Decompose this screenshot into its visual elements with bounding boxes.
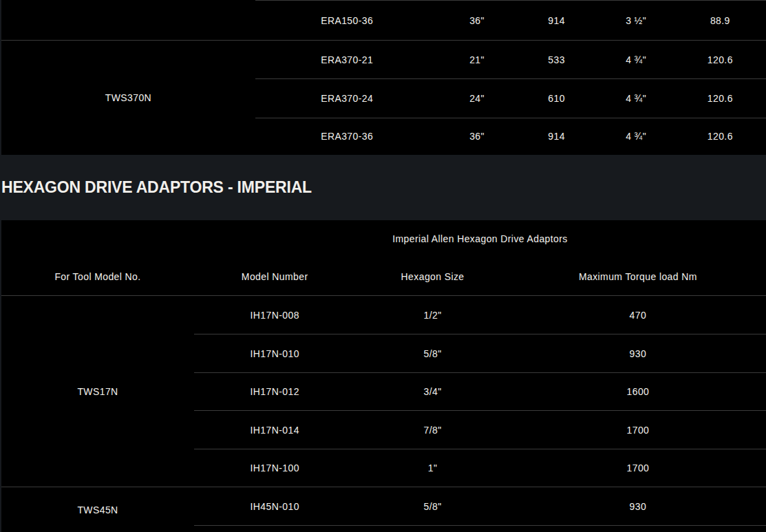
cell-model-number: IH17N-008 — [194, 296, 355, 334]
cell-length-mm: 914 — [515, 1, 598, 41]
section-heading: HEXAGON DRIVE ADAPTORS - IMPERIAL — [0, 178, 312, 197]
cell-drive-size-in: 4 ¾" — [598, 79, 674, 118]
column-header-model-number: Model Number — [194, 258, 355, 296]
column-header-tool-model: For Tool Model No. — [1, 258, 194, 296]
cell-model-number: IH45N-010 — [194, 487, 355, 526]
cell-max-torque: 930 — [510, 487, 766, 526]
column-header-max-torque: Maximum Torque load Nm — [510, 258, 766, 296]
cell-model-number: IH17N-010 — [194, 334, 355, 373]
cell-max-torque: 1600 — [510, 373, 766, 411]
cell-tool-model: TWS370N — [1, 41, 255, 155]
cell-hexagon-size: 3/4" — [355, 373, 509, 411]
table-title-row: Imperial Allen Hexagon Drive Adaptors — [1, 220, 766, 258]
cell-hexagon-size: 5/8" — [355, 334, 509, 373]
cell-max-torque: 930 — [510, 334, 766, 373]
column-header-hexagon-size: Hexagon Size — [355, 258, 509, 296]
cell-model-number: ERA150-36 — [255, 1, 439, 41]
cell-hexagon-size: 5/8" — [355, 487, 509, 526]
cell-empty — [510, 526, 766, 532]
cell-max-torque: 1700 — [510, 449, 766, 487]
cell-model-number: IH17N-012 — [194, 373, 355, 411]
cell-max-torque: 1700 — [510, 411, 766, 449]
cell-empty — [355, 526, 509, 532]
cell-hexagon-size: 1/2" — [355, 296, 509, 334]
cell-drive-size-in: 4 ¾" — [598, 118, 674, 155]
cell-tool-model — [1, 1, 255, 41]
table-title: Imperial Allen Hexagon Drive Adaptors — [194, 220, 766, 258]
catalog-page: { "theme": { "page_bg": "#171a1e", "tabl… — [0, 0, 766, 532]
cell-length-in: 21" — [438, 41, 515, 79]
cell-model-number: ERA370-36 — [255, 118, 439, 155]
cell-drive-size-mm: 120.6 — [674, 41, 766, 79]
cell-length-mm: 610 — [515, 79, 598, 118]
cell-length-in: 24" — [438, 79, 515, 118]
cell-empty — [1, 220, 194, 258]
cell-model-number: IH17N-100 — [194, 449, 355, 487]
cell-hexagon-size: 1" — [355, 449, 509, 487]
cell-length-in: 36" — [438, 1, 515, 41]
cell-drive-size-in: 3 ½" — [598, 1, 674, 41]
cell-tool-model: TWS45N — [1, 487, 194, 532]
cell-max-torque: 470 — [510, 296, 766, 334]
section-heading-band: HEXAGON DRIVE ADAPTORS - IMPERIAL — [0, 155, 766, 220]
table-header-row: For Tool Model No. Model Number Hexagon … — [1, 258, 766, 296]
cell-length-in: 36" — [438, 118, 515, 155]
table-row: ERA150-36 36" 914 3 ½" 88.9 — [1, 1, 766, 41]
cell-tool-model: TWS17N — [1, 296, 194, 487]
cell-drive-size-in: 4 ¾" — [598, 41, 674, 79]
cell-model-number: ERA370-21 — [255, 41, 439, 79]
cell-drive-size-mm: 88.9 — [674, 1, 766, 41]
table-row: TWS45N IH45N-010 5/8" 930 — [1, 487, 766, 526]
cell-drive-size-mm: 120.6 — [674, 79, 766, 118]
imperial-hexagon-adaptors-table: Imperial Allen Hexagon Drive Adaptors Fo… — [1, 220, 766, 532]
cell-drive-size-mm: 120.6 — [674, 118, 766, 155]
ratchet-adaptors-table-continued: ERA150-36 36" 914 3 ½" 88.9 TWS370N ERA3… — [1, 0, 766, 155]
cell-length-mm: 914 — [515, 118, 598, 155]
cell-empty — [194, 526, 355, 532]
table-row: TWS370N ERA370-21 21" 533 4 ¾" 120.6 — [1, 41, 766, 79]
table-row: TWS17N IH17N-008 1/2" 470 — [1, 296, 766, 334]
cell-hexagon-size: 7/8" — [355, 411, 509, 449]
cell-model-number: IH17N-014 — [194, 411, 355, 449]
cell-length-mm: 533 — [515, 41, 598, 79]
cell-model-number: ERA370-24 — [255, 79, 439, 118]
